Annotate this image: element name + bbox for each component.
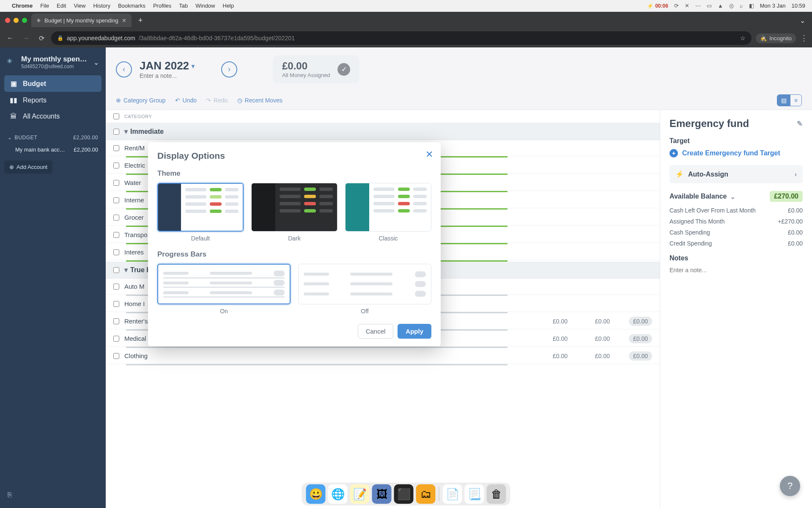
notes-input[interactable] (669, 267, 803, 273)
dock-notes[interactable]: 📝 (350, 484, 370, 504)
progress-option-on[interactable]: On (157, 264, 291, 315)
nav-all-accounts[interactable]: 🏛 All Accounts (4, 108, 102, 124)
redo-button[interactable]: ↷Redo (206, 97, 228, 104)
window-minimize[interactable] (14, 18, 19, 23)
back-button[interactable]: ← (4, 32, 16, 44)
apply-button[interactable]: Apply (398, 324, 431, 339)
menubar-date[interactable]: Mon 3 Jan (760, 3, 786, 9)
menu-bookmarks[interactable]: Bookmarks (118, 3, 145, 9)
siri-icon[interactable]: ◧ (749, 3, 754, 9)
month-note-input[interactable] (140, 72, 214, 79)
account-row[interactable]: My main bank acc… £2,200.00 (4, 143, 102, 156)
search-icon[interactable]: ⌕ (740, 3, 743, 9)
cancel-button[interactable]: Cancel (358, 324, 394, 339)
tab-close[interactable]: ✕ (122, 17, 126, 24)
row-checkbox[interactable] (113, 336, 119, 342)
menu-app[interactable]: Chrome (12, 3, 33, 9)
row-checkbox[interactable] (113, 163, 119, 168)
sync-icon[interactable]: ⟳ (674, 3, 679, 9)
dock-chrome[interactable]: 🌐 (328, 484, 348, 504)
category-row[interactable]: Clothing £0.00 £0.00 £0.00 (106, 348, 660, 364)
dock-trash[interactable]: 🗑 (487, 484, 506, 504)
select-all-checkbox[interactable] (113, 113, 119, 119)
tab-list-dropdown[interactable]: ⌄ (796, 13, 809, 28)
month-selector[interactable]: JAN 2022 ▾ (140, 59, 214, 72)
browser-tab[interactable]: ✳ Budget | My monthly spending ✕ (31, 14, 132, 27)
dock-terminal[interactable]: ⬛ (394, 484, 414, 504)
menubar-time[interactable]: 10:59 (791, 3, 805, 9)
menu-help[interactable]: Help (223, 3, 234, 9)
group-checkbox[interactable] (113, 267, 119, 273)
row-checkbox[interactable] (113, 353, 119, 359)
ready-to-assign[interactable]: £0.00 All Money Assigned ✓ (273, 55, 359, 83)
undo-button[interactable]: ↶Undo (175, 97, 197, 104)
dock-finder[interactable]: 😀 (306, 484, 326, 504)
add-category-group[interactable]: ⊕Category Group (116, 97, 166, 104)
recent-moves-button[interactable]: ◷Recent Moves (237, 97, 283, 104)
address-bar[interactable]: 🔒 app.youneedabudget.com/3a8bbdae-d62a-4… (51, 31, 752, 45)
caret-down-icon[interactable]: ▾ (124, 127, 128, 135)
budget-switcher[interactable]: ✳ My monthly spend… 5d485270@uifeed.com … (4, 53, 102, 75)
dock-preview[interactable]: 🖼 (372, 484, 392, 504)
modal-close-button[interactable]: ✕ (425, 149, 433, 160)
menu-view[interactable]: View (74, 3, 85, 9)
dock-pages[interactable]: 📃 (465, 484, 484, 504)
new-tab-button[interactable]: + (135, 14, 146, 27)
row-checkbox[interactable] (113, 249, 119, 255)
chevron-down-icon[interactable]: ⌄ (730, 193, 735, 201)
progress-option-off[interactable]: Off (298, 264, 431, 315)
row-checkbox[interactable] (113, 180, 119, 186)
row-checkbox[interactable] (113, 284, 119, 290)
menu-tab[interactable]: Tab (179, 3, 188, 9)
prev-month-button[interactable]: ‹ (116, 61, 132, 77)
star-icon[interactable]: ☆ (740, 35, 746, 41)
x-icon[interactable]: ✕ (685, 3, 689, 9)
battery-icon[interactable]: ▭ (707, 3, 712, 9)
row-checkbox[interactable] (113, 301, 119, 307)
target-section-label: Target (669, 137, 803, 145)
theme-option-dark[interactable]: Dark (251, 183, 337, 242)
help-fab[interactable]: ? (780, 476, 800, 496)
app-logo-icon: ✳ (7, 57, 17, 67)
row-checkbox[interactable] (113, 232, 119, 238)
row-checkbox[interactable] (113, 197, 119, 203)
group-checkbox[interactable] (113, 129, 119, 135)
theme-default-label: Default (157, 235, 244, 242)
menu-profiles[interactable]: Profiles (153, 3, 171, 9)
compact-view-button[interactable]: ▤ (777, 95, 790, 106)
theme-option-classic[interactable]: Classic (345, 183, 431, 242)
wifi-icon[interactable]: ▲ (718, 3, 723, 9)
add-account-button[interactable]: ⊕ Add Account (4, 160, 52, 174)
reload-button[interactable]: ⟳ (36, 32, 47, 45)
category-group-row[interactable]: ▾ Immediate (106, 123, 660, 140)
dots-icon[interactable]: ⋯ (695, 3, 701, 9)
menu-window[interactable]: Window (195, 3, 215, 9)
create-target-link[interactable]: + Create Emergency fund Target (669, 149, 803, 157)
control-center-icon[interactable]: ◎ (729, 3, 734, 9)
forward-button[interactable]: → (20, 32, 32, 44)
menu-file[interactable]: File (40, 3, 49, 9)
nav-budget[interactable]: ▣ Budget (4, 75, 102, 92)
dock-textedit[interactable]: 📄 (443, 484, 462, 504)
menu-history[interactable]: History (93, 3, 110, 9)
incognito-badge[interactable]: 🕵 Incognito (756, 33, 796, 43)
available-col: £0.00 (610, 318, 652, 325)
window-close[interactable] (5, 18, 10, 23)
list-view-button[interactable]: ≡ (790, 95, 801, 106)
edit-icon[interactable]: ✎ (797, 119, 803, 128)
row-checkbox[interactable] (113, 318, 119, 324)
collapse-sidebar-button[interactable]: ⎘ (4, 488, 102, 502)
auto-assign-button[interactable]: ⚡ Auto-Assign › (669, 165, 803, 183)
theme-option-default[interactable]: Default (157, 183, 244, 242)
battery-indicator[interactable]: ⚡00:06 (647, 3, 668, 9)
caret-down-icon[interactable]: ▾ (124, 266, 128, 274)
window-zoom[interactable] (22, 18, 27, 23)
row-checkbox[interactable] (113, 215, 119, 221)
nav-reports[interactable]: ▮▮ Reports (4, 92, 102, 108)
next-month-button[interactable]: › (221, 61, 237, 77)
row-checkbox[interactable] (113, 145, 119, 151)
budget-section-header[interactable]: ⌄ BUDGET £2,200.00 (4, 132, 102, 143)
browser-menu[interactable]: ⋮ (800, 33, 808, 43)
menu-edit[interactable]: Edit (57, 3, 66, 9)
dock-app[interactable]: 🗂 (416, 484, 436, 504)
